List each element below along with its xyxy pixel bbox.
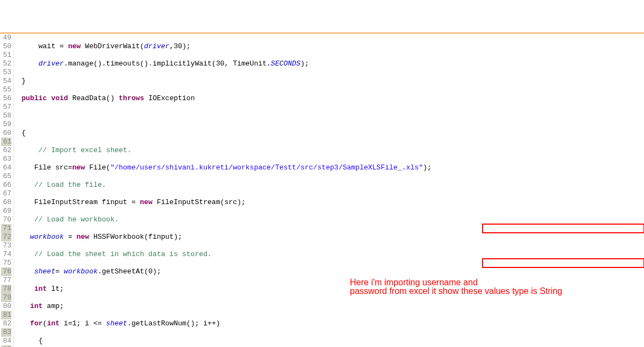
code-line: // Import excel sheet. [17, 146, 644, 155]
line-number: 55 [1, 86, 11, 94]
code-line: FileInputStream finput = new FileInputSt… [17, 198, 644, 207]
line-number: 83 [1, 328, 11, 337]
line-number: 78 [1, 285, 11, 293]
code-line: // Load the file. [17, 181, 644, 189]
line-number: 73 [1, 241, 11, 250]
line-number: 59 [1, 120, 11, 129]
line-number: 65 [1, 172, 11, 181]
code-line: for(int i=1; i <= sheet.getLastRowNum();… [17, 319, 644, 328]
line-number: 57 [1, 103, 11, 112]
highlight-box-1 [482, 224, 644, 233]
line-number: 49 [1, 34, 11, 42]
highlight-box-2 [482, 258, 644, 268]
annotation-text: Here i'm importing username and password… [350, 278, 632, 296]
code-area[interactable]: wait = new WebDriverWait(driver,30); dri… [14, 34, 644, 347]
code-line: wait = new WebDriverWait(driver,30); [17, 42, 644, 51]
line-number: 82 [1, 319, 11, 328]
line-number: 79 [1, 293, 11, 302]
line-number: 67 [1, 189, 11, 198]
code-line: // Load the sheet in which data is store… [17, 250, 644, 259]
code-line: } [17, 77, 644, 86]
line-number: 70 [1, 215, 11, 224]
line-number: 68 [1, 198, 11, 207]
line-number: 64 [1, 163, 11, 172]
line-number: 75 [1, 259, 11, 267]
line-number: 69 [1, 207, 11, 215]
code-line: { [17, 337, 644, 345]
line-number: 66 [1, 181, 11, 189]
line-number: 71 [1, 224, 11, 233]
line-number: 77 [1, 276, 11, 285]
line-number: 81 [1, 311, 11, 319]
code-line [17, 112, 644, 120]
code-line: sheet= workbook.getSheetAt(0); [17, 267, 644, 276]
line-number: 56 [1, 94, 11, 103]
code-line: // Load he workbook. [17, 215, 644, 224]
code-line: public void ReadData() throws IOExceptio… [17, 94, 644, 103]
code-line: { [17, 129, 644, 138]
code-line: workbook = new HSSFWorkbook(finput); [17, 233, 644, 241]
line-number: 63 [1, 155, 11, 163]
line-number: 84 [1, 337, 11, 345]
line-number: 58 [1, 112, 11, 120]
code-editor[interactable]: 4950515253545556575859606162636465666768… [0, 32, 644, 347]
line-number: 53 [1, 68, 11, 77]
line-number: 61 [1, 138, 11, 146]
line-number-gutter: 4950515253545556575859606162636465666768… [0, 34, 14, 347]
line-number: 72 [1, 233, 11, 241]
line-number: 52 [1, 60, 11, 68]
line-number: 62 [1, 146, 11, 155]
line-number: 50 [1, 42, 11, 51]
line-number: 74 [1, 250, 11, 259]
line-number: 54 [1, 77, 11, 86]
line-number: 60 [1, 129, 11, 138]
code-line: driver.manage().timeouts().implicitlyWai… [17, 60, 644, 68]
code-line: int amp; [17, 302, 644, 311]
line-number: 76 [1, 267, 11, 276]
code-line: File src=new File("/home/users/shivani.k… [17, 163, 644, 172]
line-number: 80 [1, 302, 11, 311]
line-number: 51 [1, 51, 11, 60]
